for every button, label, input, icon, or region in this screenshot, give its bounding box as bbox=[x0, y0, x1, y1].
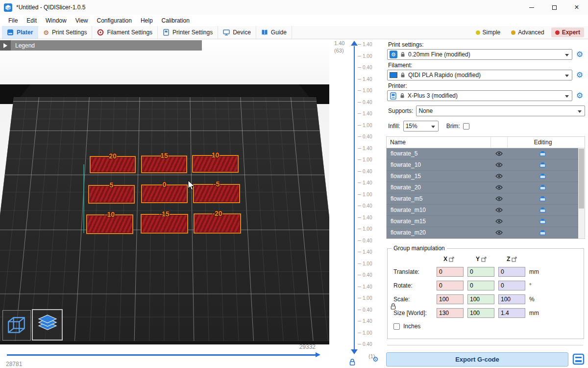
flowrate-object-patch[interactable]: 15 bbox=[141, 156, 187, 173]
manipulation-x-input[interactable] bbox=[437, 281, 464, 290]
manipulation-x-input[interactable] bbox=[437, 294, 464, 304]
tab-printer-settings[interactable]: Printer Settings bbox=[158, 26, 218, 39]
menu-item[interactable]: Configuration bbox=[93, 17, 136, 24]
object-editing-icon[interactable] bbox=[507, 173, 578, 179]
flowrate-object-patch[interactable]: 10 bbox=[192, 155, 239, 173]
3d-viewport[interactable]: 20 15 10 5 0 -5 -10 -15 -20 Legend bbox=[0, 39, 329, 368]
layer-tick: 1.00 bbox=[358, 157, 372, 162]
filament-gear-button[interactable]: ⚙ bbox=[574, 71, 585, 79]
object-list-row[interactable]: flowrate_m10 bbox=[387, 205, 578, 216]
object-list-row[interactable]: flowrate_20 bbox=[387, 182, 578, 193]
print-settings-gear-icon: ⚙ bbox=[43, 29, 49, 36]
supports-combo[interactable]: None bbox=[416, 105, 585, 116]
object-list-header: Name Editing bbox=[387, 137, 585, 148]
flowrate-object-patch[interactable]: 0 bbox=[141, 184, 188, 203]
visibility-eye-icon[interactable] bbox=[490, 151, 507, 156]
object-list-row[interactable]: flowrate_m15 bbox=[387, 216, 578, 227]
uniform-scale-lock-icon[interactable] bbox=[390, 303, 396, 312]
window-title: *Untitled - QIDISlicer-1.0.5 bbox=[16, 4, 85, 11]
send-to-printer-button[interactable] bbox=[571, 352, 586, 367]
inches-checkbox[interactable] bbox=[393, 323, 400, 330]
manipulation-y-input[interactable] bbox=[467, 294, 494, 304]
mode-expert[interactable]: Expert bbox=[551, 27, 584, 37]
flowrate-object-patch[interactable]: -10 bbox=[86, 214, 133, 234]
horizontal-move-slider[interactable] bbox=[7, 352, 320, 358]
tick-label: 0.40 bbox=[363, 65, 372, 70]
visibility-eye-icon[interactable] bbox=[490, 174, 507, 179]
object-editing-icon[interactable] bbox=[507, 151, 578, 157]
manipulation-z-input[interactable] bbox=[498, 308, 525, 318]
object-editing-icon[interactable] bbox=[507, 207, 578, 213]
maximize-button[interactable] bbox=[543, 0, 565, 15]
manipulation-y-input[interactable] bbox=[467, 267, 494, 277]
manipulation-z-input[interactable] bbox=[498, 281, 525, 290]
export-gcode-button[interactable]: Export G-code bbox=[386, 352, 568, 367]
move-slider-track[interactable] bbox=[7, 354, 316, 356]
infill-combo[interactable]: 15% bbox=[403, 121, 439, 131]
visibility-eye-icon[interactable] bbox=[490, 162, 507, 167]
object-list-row[interactable]: flowrate_m5 bbox=[387, 193, 578, 205]
tab-filament-settings[interactable]: Filament Settings bbox=[92, 26, 158, 39]
menu-item[interactable]: Edit bbox=[22, 17, 41, 24]
object-list-row[interactable]: flowrate_5 bbox=[387, 148, 578, 159]
layers-icon bbox=[36, 314, 59, 336]
flowrate-object-patch[interactable]: 5 bbox=[88, 185, 135, 204]
object-editing-icon[interactable] bbox=[507, 196, 578, 202]
layer-slider-top-handle[interactable] bbox=[351, 41, 358, 46]
filament-combo[interactable]: QIDI PLA Rapido (modified) bbox=[387, 70, 572, 80]
minimize-button[interactable] bbox=[520, 0, 543, 15]
object-editing-icon[interactable] bbox=[507, 184, 578, 190]
flowrate-object-patch[interactable]: -20 bbox=[194, 213, 241, 234]
visibility-eye-icon[interactable] bbox=[490, 208, 507, 212]
brim-checkbox[interactable] bbox=[463, 123, 469, 130]
tab-print-settings[interactable]: ⚙ Print Settings bbox=[38, 26, 92, 39]
object-editing-icon[interactable] bbox=[507, 218, 578, 224]
visibility-eye-icon[interactable] bbox=[490, 230, 507, 235]
mode-simple[interactable]: Simple bbox=[472, 27, 505, 37]
object-list-row[interactable]: flowrate_10 bbox=[387, 159, 578, 171]
tab-label: Guide bbox=[271, 29, 287, 36]
tick-label: 0.40 bbox=[363, 342, 372, 347]
print-settings-gear-button[interactable]: ⚙ bbox=[574, 51, 585, 58]
layer-slider-settings-icon[interactable]: ⚙ bbox=[372, 356, 379, 363]
visibility-eye-icon[interactable] bbox=[490, 196, 507, 201]
visibility-eye-icon[interactable] bbox=[490, 185, 507, 190]
manipulation-z-input[interactable] bbox=[498, 267, 525, 277]
tab-plater[interactable]: Plater bbox=[2, 26, 38, 39]
object-list-row[interactable]: flowrate_15 bbox=[387, 171, 578, 182]
close-button[interactable]: × bbox=[565, 0, 588, 15]
flowrate-object-patch[interactable]: -15 bbox=[141, 214, 188, 234]
layer-slider-track[interactable] bbox=[354, 46, 355, 349]
object-editing-icon[interactable] bbox=[507, 230, 578, 236]
object-editing-icon[interactable] bbox=[507, 162, 578, 168]
menu-item[interactable]: Window bbox=[41, 17, 71, 24]
manipulation-y-input[interactable] bbox=[467, 308, 494, 318]
menu-item[interactable]: Help bbox=[136, 17, 157, 24]
3d-view-button[interactable] bbox=[2, 310, 31, 341]
layers-preview-button[interactable] bbox=[32, 309, 63, 341]
flowrate-object-patch[interactable]: 20 bbox=[90, 156, 136, 173]
manipulation-x-input[interactable] bbox=[437, 267, 464, 277]
manipulation-y-input[interactable] bbox=[467, 281, 494, 290]
tab-guide[interactable]: Guide bbox=[256, 26, 292, 39]
layer-tick: 0.40 bbox=[358, 307, 372, 313]
layer-slider-bottom-handle[interactable] bbox=[351, 349, 358, 354]
manipulation-x-input[interactable] bbox=[437, 308, 464, 318]
menu-item[interactable]: File bbox=[4, 17, 22, 24]
print-settings-combo[interactable]: ⚙ 0.20mm Fine (modified) bbox=[387, 49, 572, 60]
object-list-scrollbar[interactable] bbox=[578, 148, 585, 238]
object-list-row[interactable]: flowrate_m20 bbox=[387, 227, 578, 238]
manipulation-z-input[interactable] bbox=[498, 294, 525, 304]
legend-bar[interactable]: Legend bbox=[0, 40, 202, 51]
menu-item[interactable]: View bbox=[71, 17, 93, 24]
visibility-eye-icon[interactable] bbox=[490, 219, 507, 224]
tab-device[interactable]: Device bbox=[218, 26, 256, 39]
printer-gear-button[interactable]: ⚙ bbox=[574, 92, 585, 100]
legend-expand-icon[interactable] bbox=[0, 40, 11, 51]
flowrate-object-patch[interactable]: -5 bbox=[193, 184, 240, 203]
printer-combo[interactable]: X-Plus 3 (modified) bbox=[387, 90, 572, 101]
mode-advanced[interactable]: Advanced bbox=[507, 27, 548, 37]
scrollbar-thumb[interactable] bbox=[579, 149, 584, 209]
layer-range-lock-icon[interactable] bbox=[349, 358, 356, 368]
menu-item[interactable]: Calibration bbox=[157, 17, 194, 24]
